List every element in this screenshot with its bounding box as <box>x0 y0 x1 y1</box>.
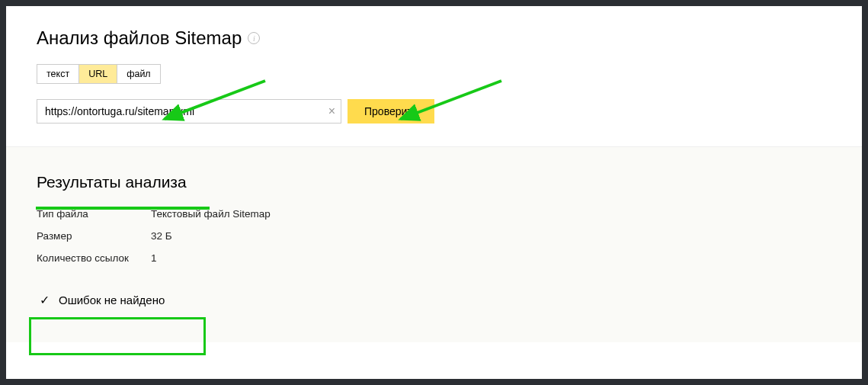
size-value: 32 Б <box>151 230 831 242</box>
status-text: Ошибок не найдено <box>59 294 165 306</box>
info-icon[interactable]: i <box>248 32 260 44</box>
tab-url[interactable]: URL <box>79 65 117 83</box>
page-title: Анализ файлов Sitemap i <box>37 27 831 49</box>
page-title-text: Анализ файлов Sitemap <box>37 27 242 49</box>
tab-text[interactable]: текст <box>37 65 79 83</box>
results-table: Тип файла Текстовый файл Sitemap Размер … <box>37 208 831 264</box>
results-section: Результаты анализа Тип файла Текстовый ф… <box>6 146 862 342</box>
file-type-label: Тип файла <box>37 208 151 220</box>
file-type-value: Текстовый файл Sitemap <box>151 208 831 220</box>
status-row: ✓ Ошибок не найдено <box>37 288 168 312</box>
page-container: Анализ файлов Sitemap i текст URL файл ×… <box>6 6 862 379</box>
check-icon: ✓ <box>40 293 50 307</box>
size-label: Размер <box>37 230 151 242</box>
tab-file[interactable]: файл <box>117 65 160 83</box>
links-count-value: 1 <box>151 252 831 264</box>
input-mode-tabs: текст URL файл <box>37 64 161 84</box>
links-count-label: Количество ссылок <box>37 252 151 264</box>
url-input-wrap: × <box>37 99 341 124</box>
url-input-row: × Проверить <box>37 99 831 124</box>
results-title: Результаты анализа <box>37 173 831 191</box>
url-input[interactable] <box>37 99 341 124</box>
check-button[interactable]: Проверить <box>348 99 434 124</box>
clear-input-icon[interactable]: × <box>328 105 335 117</box>
input-section: Анализ файлов Sitemap i текст URL файл ×… <box>6 6 862 146</box>
